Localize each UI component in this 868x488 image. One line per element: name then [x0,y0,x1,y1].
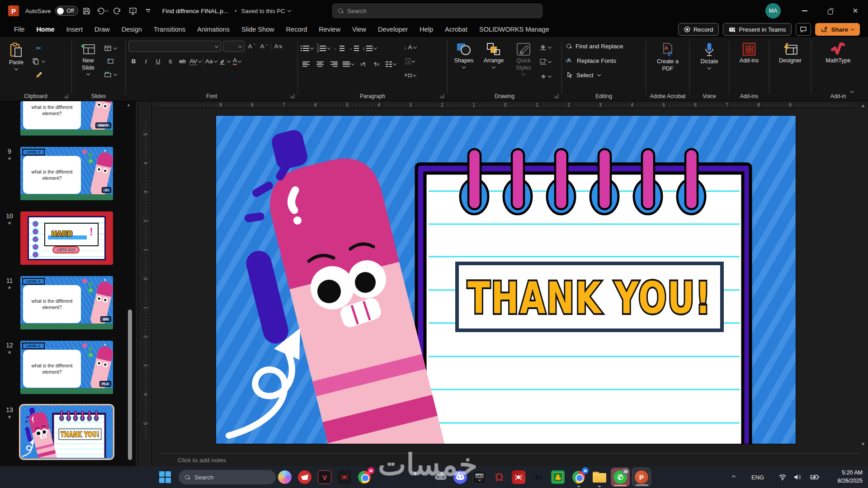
paste-button[interactable]: Paste [3,41,30,90]
tab-slide-show[interactable]: Slide Show [236,22,280,37]
find-replace-button[interactable]: Find and Replace [565,40,643,52]
start-button[interactable] [157,469,173,485]
saved-status[interactable]: Saved to this PC [241,8,291,14]
new-slide-button[interactable]: New Slide [75,41,102,90]
document-title[interactable]: Find diffrence FINAL.p... [162,8,228,14]
justify-button[interactable] [343,58,354,70]
align-text-button[interactable]: ↕ [404,56,416,67]
slide-thumbnail-12[interactable]: LEVEL 2 ✦ ✦ ➜ what is the different elem… [20,341,113,394]
canvas-scroll-up-icon[interactable]: ▲ [860,103,866,108]
decrease-font-button[interactable]: A^ [259,41,269,52]
tab-acrobat[interactable]: Acrobat [439,22,473,37]
slide-title-text[interactable]: THANK YOU! [467,272,712,324]
align-left-button[interactable] [301,58,311,70]
clear-formatting-button[interactable]: A [273,41,283,52]
bold-button[interactable]: B [128,56,139,67]
select-button[interactable]: Select [565,69,643,81]
slide-thumbnail-9[interactable]: LEVEL 2 ✦ ✦ ➜ what is the different elem… [20,147,113,200]
tab-solidworks-manage[interactable]: SOLIDWORKS Manage [473,22,555,37]
tab-animations[interactable]: Animations [191,22,236,37]
record-button[interactable]: Record [678,23,719,36]
taskbar-search[interactable]: Search [179,470,276,484]
copy-button[interactable] [33,56,45,67]
strikethrough-button[interactable]: ab [177,56,188,67]
avatar[interactable]: MA [765,3,781,19]
save-button[interactable] [80,4,94,18]
replace-fonts-button[interactable]: A↺Replace Fonts [565,54,643,67]
tray-battery[interactable] [810,466,819,488]
tab-file[interactable]: File [8,22,30,37]
whatsapp-app[interactable]: ✆ 39 [611,468,630,487]
align-center-button[interactable] [315,58,325,70]
underline-button[interactable]: U [153,56,163,67]
text-shadow-button[interactable]: S [165,56,175,67]
powerpoint-app-icon[interactable]: P [8,5,19,16]
shape-effects-button[interactable] [540,70,551,82]
panel-scroll-up-icon[interactable]: ▲ [127,103,131,107]
minimize-button[interactable] [792,0,817,22]
paragraph-dialog-launcher[interactable] [440,94,444,98]
tab-design[interactable]: Design [116,22,148,37]
line-spacing-button[interactable]: ↕ [363,42,377,54]
change-case-button[interactable]: Aa [205,56,217,67]
file-explorer-app[interactable] [591,469,608,485]
chrome-profile1-app[interactable]: M [356,469,373,485]
quick-styles-button[interactable]: Quick Styles [510,41,537,90]
cut-button[interactable]: ✂ [33,42,45,54]
bullets-button[interactable] [301,42,313,54]
slide-thumbnail-partial[interactable]: ✦ ✦ ➜ what is the different element? WIN… [20,101,113,136]
start-slideshow-button[interactable] [126,4,140,18]
discord-app[interactable] [452,469,468,485]
shape-fill-button[interactable] [540,42,551,53]
slide-thumbnail-11[interactable]: LEVEL 4 ✦ ✦ ➜ what is the different elem… [20,276,113,329]
decrease-indent-button[interactable]: ← [334,42,344,54]
google-classroom-app[interactable] [550,469,566,485]
spiderman-dark-app[interactable] [336,469,353,485]
share-button[interactable]: Share [815,23,860,36]
tab-insert[interactable]: Insert [61,22,89,37]
close-button[interactable]: ✕ [843,0,868,22]
tab-record[interactable]: Record [280,22,313,37]
tab-transitions[interactable]: Transitions [148,22,191,37]
slide-layout-button[interactable] [104,42,117,54]
shape-outline-button[interactable] [540,56,551,67]
dictate-button[interactable]: Dictate [693,41,725,90]
font-color-button[interactable]: A [232,56,242,67]
shapes-button[interactable]: Shapes [450,41,477,90]
highlight-color-button[interactable] [219,56,230,67]
create-pdf-button[interactable]: A Create a PDF [650,41,686,90]
increase-indent-button[interactable]: → [348,42,359,54]
collapse-ribbon-button[interactable] [847,86,857,97]
tray-wifi[interactable] [778,466,787,488]
notes-divider[interactable] [160,453,859,454]
addins-button[interactable]: Add-ins [733,41,765,90]
spiderman-red-app[interactable] [510,469,527,485]
riot-games-app[interactable] [297,469,313,485]
convert-to-smartart-button[interactable] [404,70,416,81]
slide-title-text[interactable]: THANK YOU! [61,431,99,439]
text-direction-ltr-button[interactable]: >¶ [358,58,368,70]
search-input[interactable]: Search [332,4,542,18]
notes-placeholder[interactable]: Click to add notes [178,457,226,464]
panel-scrollbar[interactable] [128,310,132,460]
italic-button[interactable]: I [141,56,151,67]
chrome-profile2-app[interactable]: M [571,469,587,485]
text-direction-button[interactable]: ↓A [404,42,416,53]
slide-thumbnail-10[interactable]: HARD! LETS GO! [20,211,113,265]
character-spacing-button[interactable]: AV [189,56,201,67]
customize-toolbar-button[interactable] [142,4,155,18]
tray-clock[interactable]: 5:20 AM 8/26/2025 [828,469,863,485]
valorant-app[interactable]: V [316,469,333,485]
mathtype-button[interactable]: MathType [820,41,856,90]
copilot-app[interactable] [277,469,293,485]
format-painter-button[interactable] [33,69,45,80]
text-direction-rtl-button[interactable]: ¶< [372,58,382,70]
tab-view[interactable]: View [346,22,372,37]
font-name-combo[interactable] [128,41,221,52]
tab-draw[interactable]: Draw [89,22,116,37]
autosave-toggle[interactable]: Off [55,6,78,16]
section-button[interactable] [104,69,117,80]
tab-developer[interactable]: Developer [372,22,414,37]
tray-chevron[interactable] [732,466,735,488]
present-in-teams-button[interactable]: T Present in Teams [723,23,792,36]
